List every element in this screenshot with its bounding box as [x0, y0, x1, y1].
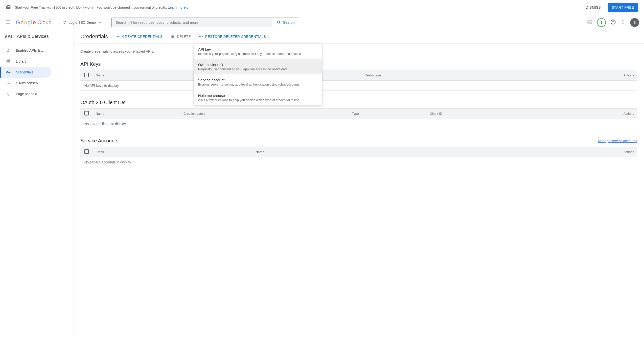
help-icon[interactable]: [610, 19, 616, 26]
sidebar-header: API APIs & Services: [0, 30, 73, 43]
start-free-button[interactable]: START FREE: [608, 3, 638, 12]
svg-rect-12: [8, 83, 9, 84]
avatar[interactable]: S: [630, 18, 639, 27]
learn-more-link[interactable]: Learn more: [168, 6, 189, 10]
plus-icon: [116, 34, 120, 39]
more-menu-icon[interactable]: [620, 19, 626, 26]
svg-point-7: [622, 23, 624, 24]
header-right: 1 S: [587, 18, 641, 27]
library-icon: [6, 59, 11, 64]
cloud-shell-icon[interactable]: [587, 19, 592, 26]
sidebar-item-label: Page usage a…: [16, 92, 40, 96]
content-header: Credentials CREATE CREDENTIALS DELETE RE…: [74, 30, 644, 44]
description-text: Create credentials to access your enable…: [80, 50, 637, 54]
sidebar-item-credentials[interactable]: Credentials: [0, 67, 51, 78]
sidebar-item-label: Credentials: [16, 70, 34, 74]
column-name[interactable]: Name↑: [253, 147, 448, 157]
oauth-clients-title: OAuth 2.0 Client IDs: [80, 100, 637, 105]
project-name: Logto SSO Demo: [69, 20, 96, 24]
section-title: APIs & Services: [17, 34, 49, 39]
google-cloud-logo[interactable]: GoogleCloud: [16, 19, 52, 26]
search-input[interactable]: [111, 18, 272, 27]
api-keys-title: API Keys: [80, 61, 637, 67]
sidebar-item-library[interactable]: Library: [0, 56, 73, 67]
sidebar: API APIs & Services Enabled APIs & … Lib…: [0, 30, 74, 337]
manage-service-accounts-link[interactable]: Manage service accounts: [598, 139, 637, 143]
restore-credentials-button[interactable]: RESTORE DELETED CREDENTIALS: [199, 34, 266, 39]
svg-rect-3: [588, 20, 592, 24]
trial-text: Start your Free Trial with $300 in credi…: [15, 6, 579, 10]
empty-row: No OAuth clients to display: [80, 119, 637, 129]
key-icon: [6, 70, 11, 75]
dropdown-item-desc: Enables server-to-server, app-level auth…: [198, 82, 318, 86]
search-container: Search: [111, 18, 299, 27]
column-actions: Actions: [448, 147, 637, 157]
dropdown-item-oauth-client[interactable]: OAuth client ID Requests user consent so…: [194, 59, 322, 74]
column-restrictions[interactable]: Restrictions: [362, 70, 521, 80]
svg-rect-13: [10, 83, 10, 84]
svg-point-6: [622, 22, 624, 22]
column-name[interactable]: Name: [93, 70, 195, 80]
dropdown-item-desc: Asks a few questions to help you decide …: [198, 98, 318, 102]
project-selector[interactable]: Logto SSO Demo: [60, 18, 106, 27]
trash-icon: [170, 34, 175, 39]
dropdown-item-title: OAuth client ID: [198, 62, 318, 67]
dropdown-item-api-key[interactable]: API key Identifies your project using a …: [194, 44, 322, 59]
content: Credentials CREATE CREDENTIALS DELETE RE…: [74, 30, 644, 337]
consent-icon: [6, 80, 11, 86]
settings-icon: [6, 92, 11, 96]
sidebar-item-label: OAuth consen…: [16, 81, 41, 85]
column-type[interactable]: Type: [349, 108, 427, 119]
svg-rect-9: [8, 82, 9, 82]
search-icon: [276, 20, 282, 25]
sidebar-item-label: Enabled APIs & …: [16, 48, 44, 52]
column-client-id[interactable]: Client ID: [427, 108, 538, 119]
sidebar-item-label: Library: [16, 59, 26, 63]
column-actions: Actions: [521, 70, 637, 80]
api-icon: API: [5, 34, 13, 39]
undo-icon: [199, 34, 203, 39]
grid-icon: [6, 48, 11, 53]
service-accounts-title: Service Accounts: [80, 138, 118, 144]
dismiss-button[interactable]: DISMISS: [583, 4, 604, 11]
create-credentials-button[interactable]: CREATE CREDENTIALS: [116, 34, 162, 39]
svg-point-5: [622, 20, 624, 21]
svg-point-1: [65, 21, 66, 22]
content-body: Create credentials to access your enable…: [74, 44, 644, 182]
trial-counter[interactable]: 1: [597, 18, 606, 27]
dropdown-item-service-account[interactable]: Service account Enables server-to-server…: [194, 74, 322, 90]
trial-banner: Start your Free Trial with $300 in credi…: [0, 0, 644, 15]
sidebar-item-oauth-consent[interactable]: OAuth consen…: [0, 78, 73, 88]
hamburger-menu-icon[interactable]: [3, 17, 13, 28]
dropdown-item-help-choose[interactable]: Help me choose Asks a few questions to h…: [194, 90, 322, 105]
sort-up-icon: ↑: [265, 150, 267, 154]
oauth-clients-table: Name Creation date↓ Type Client ID Actio…: [80, 108, 637, 129]
page-title: Credentials: [80, 34, 108, 40]
column-name[interactable]: Name: [93, 108, 180, 119]
project-icon: [63, 20, 67, 24]
column-creation-date[interactable]: Creation date↓: [180, 108, 349, 119]
gift-icon: [6, 4, 11, 11]
delete-button[interactable]: DELETE: [170, 34, 191, 39]
svg-rect-8: [7, 82, 8, 82]
api-keys-table: Name Restrictions Actions No API keys to…: [80, 70, 637, 91]
search-button[interactable]: Search: [272, 18, 300, 27]
main-header: GoogleCloud Logto SSO Demo Search 1 S: [0, 15, 644, 30]
select-all-checkbox[interactable]: [84, 149, 89, 154]
empty-row: No API keys to display: [80, 80, 637, 91]
svg-point-2: [64, 23, 65, 24]
dropdown-item-title: Help me choose: [198, 94, 318, 98]
dropdown-item-title: Service account: [198, 78, 318, 82]
empty-row: No service accounts to display: [80, 157, 637, 168]
svg-rect-10: [10, 82, 10, 82]
dropdown-item-desc: Requests user consent so your app can ac…: [198, 67, 318, 71]
svg-rect-11: [7, 83, 8, 84]
dropdown-item-title: API key: [198, 47, 318, 52]
select-all-checkbox[interactable]: [84, 73, 89, 77]
column-email[interactable]: Email: [93, 147, 253, 157]
select-all-checkbox[interactable]: [84, 111, 89, 116]
sidebar-item-enabled-apis[interactable]: Enabled APIs & …: [0, 45, 73, 56]
sidebar-item-page-usage[interactable]: Page usage a…: [0, 88, 73, 100]
svg-point-0: [63, 21, 64, 22]
sort-down-icon: ↓: [204, 112, 206, 116]
